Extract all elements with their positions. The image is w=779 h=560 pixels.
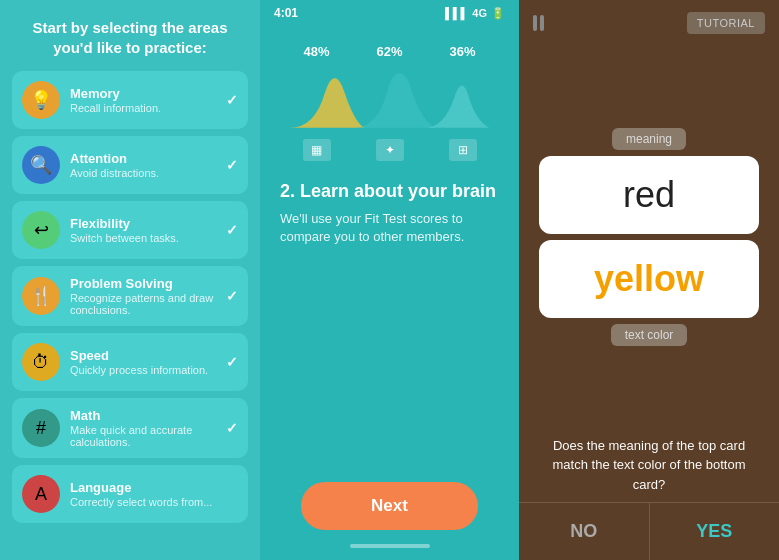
progress-bar (350, 544, 430, 548)
panel1-title: Start by selecting the areas you'd like … (12, 18, 248, 57)
top-word: red (623, 174, 675, 216)
yes-button[interactable]: YES (650, 503, 780, 560)
no-button[interactable]: NO (519, 503, 650, 560)
categories-list: 💡MemoryRecall information.✓🔍AttentionAvo… (12, 71, 248, 530)
top-card: red (539, 156, 759, 234)
chart-icons: ▦ ✦ ⊞ (280, 139, 499, 161)
chart-icon-3: ⊞ (449, 139, 477, 161)
category-item-flexibility[interactable]: ↩FlexibilitySwitch between tasks.✓ (12, 201, 248, 259)
network-type: 4G (472, 7, 487, 19)
game-question: Does the meaning of the top card match t… (519, 428, 779, 503)
problem-solving-name: Problem Solving (70, 276, 226, 291)
memory-check: ✓ (226, 92, 238, 108)
pause-bar-right (540, 15, 544, 31)
flexibility-name: Flexibility (70, 216, 226, 231)
chart-label-3: 36% (449, 44, 475, 59)
chart-label-1: 48% (303, 44, 329, 59)
speed-text: SpeedQuickly process information. (70, 348, 226, 376)
attention-check: ✓ (226, 157, 238, 173)
speed-check: ✓ (226, 354, 238, 370)
problem-solving-icon: 🍴 (22, 277, 60, 315)
speed-name: Speed (70, 348, 226, 363)
game-answer-buttons: NO YES (519, 502, 779, 560)
attention-icon: 🔍 (22, 146, 60, 184)
bottom-word: yellow (594, 258, 704, 300)
memory-desc: Recall information. (70, 102, 226, 114)
panel-learn-brain: 4:01 ▌▌▌ 4G 🔋 48% 62% 36% ▦ ✦ ⊞ (260, 0, 519, 560)
category-item-attention[interactable]: 🔍AttentionAvoid distractions.✓ (12, 136, 248, 194)
bottom-card: yellow (539, 240, 759, 318)
panel2-main-content: 2. Learn about your brain We'll use your… (260, 161, 519, 246)
battery-icon: 🔋 (491, 7, 505, 20)
panel-game: TUTORIAL meaning red yellow text color D… (519, 0, 779, 560)
memory-icon: 💡 (22, 81, 60, 119)
card-area: meaning red yellow text color (519, 46, 779, 428)
tutorial-button[interactable]: TUTORIAL (687, 12, 765, 34)
chart-svg (280, 63, 499, 133)
speed-desc: Quickly process information. (70, 364, 226, 376)
flexibility-text: FlexibilitySwitch between tasks. (70, 216, 226, 244)
next-button-wrap: Next (260, 482, 519, 530)
category-item-math[interactable]: #MathMake quick and accurate calculation… (12, 398, 248, 458)
memory-text: MemoryRecall information. (70, 86, 226, 114)
math-desc: Make quick and accurate calculations. (70, 424, 226, 448)
flexibility-desc: Switch between tasks. (70, 232, 226, 244)
pause-button[interactable] (533, 15, 544, 31)
category-item-problem-solving[interactable]: 🍴Problem SolvingRecognize patterns and d… (12, 266, 248, 326)
phone-status-bar: 4:01 ▌▌▌ 4G 🔋 (260, 0, 519, 24)
math-icon: # (22, 409, 60, 447)
category-item-speed[interactable]: ⏱SpeedQuickly process information.✓ (12, 333, 248, 391)
chart-label-2: 62% (376, 44, 402, 59)
attention-name: Attention (70, 151, 226, 166)
math-name: Math (70, 408, 226, 423)
memory-name: Memory (70, 86, 226, 101)
category-item-memory[interactable]: 💡MemoryRecall information.✓ (12, 71, 248, 129)
attention-desc: Avoid distractions. (70, 167, 226, 179)
language-text: LanguageCorrectly select words from... (70, 480, 238, 508)
speed-icon: ⏱ (22, 343, 60, 381)
language-icon: A (22, 475, 60, 513)
problem-solving-check: ✓ (226, 288, 238, 304)
next-button[interactable]: Next (301, 482, 478, 530)
math-check: ✓ (226, 420, 238, 436)
math-text: MathMake quick and accurate calculations… (70, 408, 226, 448)
panel2-heading: 2. Learn about your brain (280, 181, 499, 202)
bottom-label-tag: text color (611, 324, 688, 346)
panel2-subtext: We'll use your Fit Test scores to compar… (280, 210, 499, 246)
chart-area: 48% 62% 36% ▦ ✦ ⊞ (260, 44, 519, 161)
category-item-language[interactable]: ALanguageCorrectly select words from... (12, 465, 248, 523)
flexibility-check: ✓ (226, 222, 238, 238)
status-right: ▌▌▌ 4G 🔋 (445, 7, 505, 20)
top-label-tag: meaning (612, 128, 686, 150)
problem-solving-desc: Recognize patterns and draw conclusions. (70, 292, 226, 316)
status-time: 4:01 (274, 6, 298, 20)
pause-bar-left (533, 15, 537, 31)
attention-text: AttentionAvoid distractions. (70, 151, 226, 179)
chart-icon-1: ▦ (303, 139, 331, 161)
chart-icon-2: ✦ (376, 139, 404, 161)
chart-labels: 48% 62% 36% (280, 44, 499, 59)
language-name: Language (70, 480, 238, 495)
game-header: TUTORIAL (519, 0, 779, 46)
flexibility-icon: ↩ (22, 211, 60, 249)
panel-practice-selection: Start by selecting the areas you'd like … (0, 0, 260, 560)
language-desc: Correctly select words from... (70, 496, 238, 508)
signal-bars: ▌▌▌ (445, 7, 468, 19)
problem-solving-text: Problem SolvingRecognize patterns and dr… (70, 276, 226, 316)
